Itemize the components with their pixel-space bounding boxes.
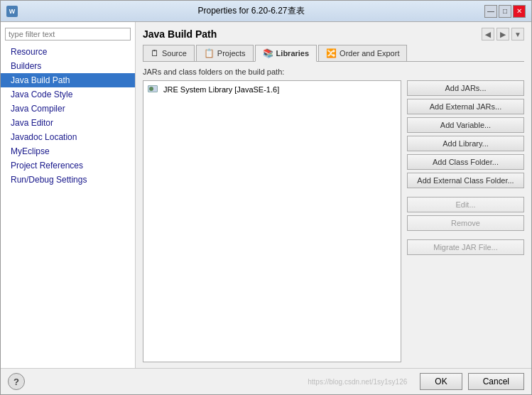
filter-input[interactable] [5, 28, 131, 40]
list-item[interactable]: JRE System Library [JavaSE-1.6] [143, 81, 401, 98]
sidebar-item-run-debug-settings[interactable]: Run/Debug Settings [1, 173, 135, 187]
jre-icon [148, 84, 159, 95]
add-jars-button[interactable]: Add JARs... [407, 80, 524, 96]
add-external-class-folder-button[interactable]: Add External Class Folder... [407, 173, 524, 188]
sidebar-item-resource[interactable]: Resource [1, 45, 135, 59]
main-window: W Properties for 6.20-6.27查表 — □ ✕ Resou… [0, 0, 532, 395]
libraries-tab-icon: 📚 [263, 48, 273, 58]
edit-button[interactable]: Edit... [407, 197, 524, 212]
close-button[interactable]: ✕ [513, 5, 526, 18]
sidebar-item-java-code-style[interactable]: Java Code Style [1, 87, 135, 102]
button-spacer-2 [407, 234, 524, 237]
panel-body: JRE System Library [JavaSE-1.6] Add JARs… [143, 80, 524, 362]
title-bar: W Properties for 6.20-6.27查表 — □ ✕ [1, 1, 531, 22]
maximize-button[interactable]: □ [499, 5, 511, 18]
remove-button[interactable]: Remove [407, 215, 524, 231]
panel-nav: ◀ ▶ ▼ [482, 28, 524, 40]
sidebar-item-java-editor[interactable]: Java Editor [1, 116, 135, 130]
content-area: Resource Builders Java Build Path Java C… [1, 22, 531, 368]
window-title: Properties for 6.20-6.27查表 [18, 5, 484, 17]
add-external-jars-button[interactable]: Add External JARs... [407, 99, 524, 114]
tab-order-export[interactable]: 🔀 Order and Export [318, 45, 407, 61]
window-icon: W [6, 6, 18, 17]
ok-button[interactable]: OK [420, 373, 462, 390]
tab-source[interactable]: 🗒 Source [143, 45, 195, 61]
button-panel: Add JARs... Add External JARs... Add Var… [407, 80, 524, 362]
add-class-folder-button[interactable]: Add Class Folder... [407, 154, 524, 170]
forward-arrow[interactable]: ▶ [496, 28, 509, 40]
back-arrow[interactable]: ◀ [482, 28, 494, 40]
minimize-button[interactable]: — [484, 5, 497, 18]
main-panel: Java Build Path ◀ ▶ ▼ 🗒 Source 📋 Project… [136, 22, 531, 368]
panel-title: Java Build Path ◀ ▶ ▼ [143, 28, 524, 40]
tab-projects[interactable]: 📋 Projects [196, 45, 254, 61]
dropdown-arrow[interactable]: ▼ [511, 28, 524, 40]
sidebar-item-builders[interactable]: Builders [1, 59, 135, 73]
bottom-right: https://blog.csdn.net/1sy1sy126 OK Cance… [308, 373, 524, 390]
cancel-button[interactable]: Cancel [468, 373, 524, 390]
help-button[interactable]: ? [8, 373, 25, 390]
sidebar-item-java-compiler[interactable]: Java Compiler [1, 102, 135, 116]
panel-subtitle: JARs and class folders on the build path… [143, 67, 524, 76]
sidebar: Resource Builders Java Build Path Java C… [1, 22, 136, 368]
sidebar-item-project-references[interactable]: Project References [1, 158, 135, 173]
source-tab-icon: 🗒 [151, 48, 159, 58]
sidebar-item-java-build-path[interactable]: Java Build Path [1, 73, 135, 87]
order-export-tab-icon: 🔀 [326, 48, 337, 58]
add-library-button[interactable]: Add Library... [407, 136, 524, 151]
watermark: https://blog.csdn.net/1sy1sy126 [308, 378, 407, 386]
migrate-jar-button[interactable]: Migrate JAR File... [407, 239, 524, 255]
tabs: 🗒 Source 📋 Projects 📚 Libraries 🔀 Order … [143, 45, 524, 62]
libraries-list[interactable]: JRE System Library [JavaSE-1.6] [143, 80, 401, 362]
bottom-bar: ? https://blog.csdn.net/1sy1sy126 OK Can… [1, 368, 531, 394]
title-controls: — □ ✕ [484, 5, 526, 18]
sidebar-item-myeclipse[interactable]: MyEclipse [1, 144, 135, 158]
button-spacer [407, 191, 524, 194]
add-variable-button[interactable]: Add Variable... [407, 117, 524, 133]
sidebar-item-javadoc-location[interactable]: Javadoc Location [1, 130, 135, 144]
tab-libraries[interactable]: 📚 Libraries [255, 45, 317, 62]
projects-tab-icon: 📋 [204, 48, 215, 58]
